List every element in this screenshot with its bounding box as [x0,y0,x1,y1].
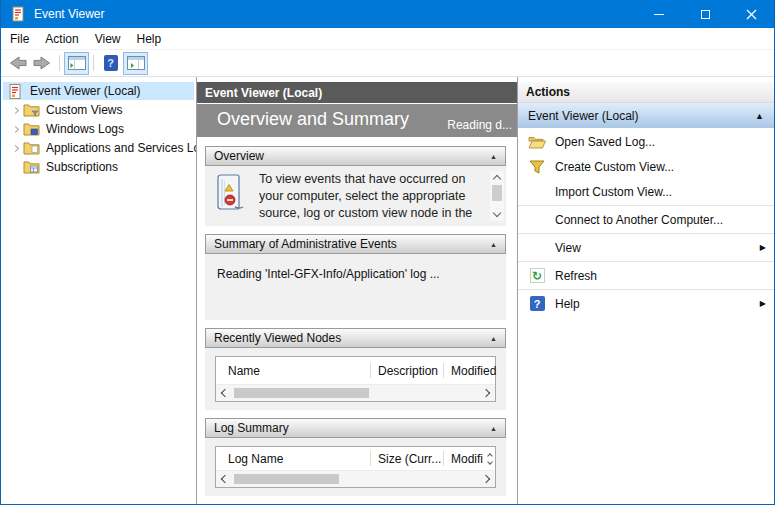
action-open-saved-log[interactable]: Open Saved Log... [518,129,774,154]
menu-help[interactable]: Help [129,28,170,49]
overview-text: To view events that have occurred on you… [259,171,477,221]
column-header-size[interactable]: Size (Curr... [371,447,443,470]
banner-title: Overview and Summary [217,109,409,130]
close-icon [746,9,757,20]
admin-summary-title: Summary of Administrative Events [214,237,397,251]
scroll-up-icon[interactable] [493,175,501,183]
title-bar[interactable]: Event Viewer [1,0,774,28]
log-summary-section: Log Summary ▲ Log Name Size (Curr... [205,418,506,496]
menu-bar: File Action View Help [1,28,774,50]
help-icon: ? [528,296,546,312]
admin-summary-status: Reading 'Intel-GFX-Info/Application' log… [217,267,440,281]
scrollbar-thumb[interactable] [492,185,502,201]
event-viewer-node-icon [7,84,24,99]
collapse-arrow-icon[interactable]: ▲ [490,335,497,342]
close-button[interactable] [728,0,774,28]
menu-view[interactable]: View [87,28,129,49]
collapse-arrow-icon[interactable]: ▲ [490,241,497,248]
tree-item-label: Applications and Services Lo [46,141,197,155]
actions-group-header[interactable]: Event Viewer (Local) ▲ [518,103,774,129]
tree-item-applications-services-logs[interactable]: Applications and Services Lo [3,139,194,157]
event-viewer-window: Event Viewer File Action View Help [0,0,775,505]
log-summary-horizontal-scrollbar[interactable] [216,471,495,487]
recent-nodes-body: Name Description Modified [205,348,506,410]
log-summary-section-header[interactable]: Log Summary ▲ [205,418,506,438]
show-console-tree-button[interactable] [64,52,89,75]
tree-item-label: Subscriptions [46,160,118,174]
back-button[interactable] [5,52,30,75]
actions-separator [518,205,774,206]
recent-nodes-table: Name Description Modified [215,356,496,402]
expand-chevron-icon[interactable] [7,127,23,132]
action-label: Create Custom View... [555,160,674,174]
recent-nodes-title: Recently Viewed Nodes [214,331,341,345]
tree-item-label: Event Viewer (Local) [30,84,141,98]
minimize-button[interactable] [636,0,682,28]
actions-group-title: Event Viewer (Local) [528,109,639,123]
column-header-description[interactable]: Description [371,357,443,384]
no-icon-spacer [528,184,546,200]
expand-chevron-icon[interactable] [7,146,23,151]
actions-separator [518,261,774,262]
event-viewer-book-icon [213,173,245,213]
scroll-left-icon[interactable] [221,475,229,483]
expand-chevron-icon[interactable] [7,108,23,113]
collapse-arrow-icon[interactable]: ▲ [490,425,497,432]
action-connect-to-another-computer[interactable]: Connect to Another Computer... [518,207,774,232]
console-tree-icon [68,56,86,70]
show-action-pane-button[interactable] [123,52,148,75]
actions-separator [518,233,774,234]
action-help[interactable]: ? Help ▶ [518,291,774,316]
caption-buttons [636,0,774,28]
overview-vertical-scrollbar[interactable] [490,171,504,221]
action-view[interactable]: View ▶ [518,235,774,260]
overview-section-title: Overview [214,149,264,163]
collapse-arrow-icon[interactable]: ▲ [490,153,497,160]
column-header-name[interactable]: Name [228,357,370,384]
column-header-modified[interactable]: Modified [444,357,496,384]
tree-item-custom-views[interactable]: Custom Views [3,101,194,119]
overview-section-header[interactable]: Overview ▲ [205,146,506,166]
window-title: Event Viewer [34,7,104,21]
admin-summary-body: Reading 'Intel-GFX-Info/Application' log… [205,254,506,320]
action-label: Open Saved Log... [555,135,655,149]
scroll-right-icon[interactable] [482,389,490,397]
action-refresh[interactable]: ↻ Refresh [518,263,774,288]
tree-item-subscriptions[interactable]: Subscriptions [3,158,194,176]
action-import-custom-view[interactable]: Import Custom View... [518,179,774,204]
sort-chevrons-icon[interactable] [488,454,492,464]
tree-item-event-viewer-local[interactable]: Event Viewer (Local) [3,82,194,100]
help-toolbar-button[interactable]: ? [98,52,123,75]
scrollbar-thumb[interactable] [234,474,339,484]
column-header-modified[interactable]: Modifi [444,447,495,470]
tree-item-windows-logs[interactable]: Windows Logs [3,120,194,138]
actions-panel-title: Actions [526,85,570,99]
open-folder-icon [528,134,546,150]
recent-nodes-section: Recently Viewed Nodes ▲ Name Description… [205,328,506,410]
minimize-icon [654,14,664,15]
custom-views-folder-icon [23,103,40,118]
results-body: Overview ▲ To view even [197,137,517,504]
scroll-down-icon[interactable] [493,209,501,217]
maximize-button[interactable] [682,0,728,28]
column-header-log-name[interactable]: Log Name [228,447,370,470]
action-create-custom-view[interactable]: Create Custom View... [518,154,774,179]
event-viewer-app-icon [10,6,26,22]
recent-nodes-horizontal-scrollbar[interactable] [216,385,495,401]
scroll-right-icon[interactable] [482,475,490,483]
action-label: Help [555,297,580,311]
action-label: Import Custom View... [555,185,672,199]
menu-action[interactable]: Action [37,28,86,49]
tree-item-label: Custom Views [46,103,122,117]
toolbar: ? [1,50,774,77]
log-summary-body: Log Name Size (Curr... Modifi [205,438,506,496]
collapse-arrow-icon[interactable]: ▲ [755,111,764,121]
menu-file[interactable]: File [2,28,37,49]
forward-button[interactable] [30,52,55,75]
windows-logs-folder-icon [23,122,40,137]
recent-nodes-section-header[interactable]: Recently Viewed Nodes ▲ [205,328,506,348]
actions-panel-header: Actions [518,82,774,103]
scrollbar-thumb[interactable] [234,388,369,398]
admin-summary-section-header[interactable]: Summary of Administrative Events ▲ [205,234,506,254]
scroll-left-icon[interactable] [221,389,229,397]
